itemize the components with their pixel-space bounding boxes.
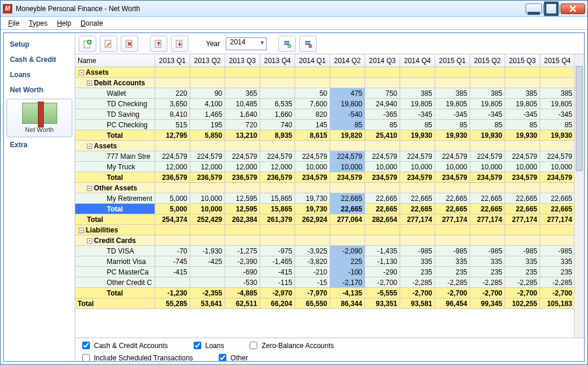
close-button[interactable] [561,4,585,14]
column-header-name[interactable]: Name [75,54,155,67]
cell-value[interactable]: 24,940 [365,99,400,109]
row-name[interactable]: -Liabilities [75,225,155,235]
cell-value[interactable]: 224,579 [295,151,330,162]
cell-value[interactable]: 12,595 [225,193,260,204]
cell-value[interactable]: 10,000 [190,193,225,204]
cell-value[interactable]: -2,700 [400,288,435,298]
table-row[interactable]: TD Saving8,4101,4651,6401,660820-540-365… [75,109,575,120]
row-name[interactable]: My Truck [75,162,155,172]
cell-value[interactable]: 224,579 [470,151,505,162]
cell-value[interactable] [225,78,260,88]
cell-value[interactable] [470,78,505,88]
row-name[interactable]: Total [75,288,155,298]
minimize-button[interactable] [526,4,542,14]
cell-value[interactable]: 234,579 [400,172,435,183]
cell-value[interactable] [155,78,190,88]
cell-value[interactable] [155,183,190,193]
cell-value[interactable]: 515 [155,120,190,130]
cell-value[interactable] [190,267,225,277]
cell-value[interactable] [295,225,330,235]
cell-value[interactable] [540,183,575,193]
cell-value[interactable] [260,78,295,88]
grid-scroll-area[interactable]: Name2013 Q12013 Q22013 Q32013 Q42014 Q12… [75,54,584,338]
cell-value[interactable]: 335 [540,256,575,267]
cell-value[interactable]: 53,641 [190,298,225,309]
cell-value[interactable]: 22,665 [435,204,470,214]
column-header[interactable]: 2014 Q3 [365,54,400,67]
cell-value[interactable]: -2,970 [260,288,295,298]
cell-value[interactable]: 90 [190,88,225,99]
cell-value[interactable]: -985 [435,246,470,256]
cell-value[interactable]: 277,174 [435,214,470,225]
cell-value[interactable]: 25,410 [365,130,400,141]
menu-file[interactable]: File [4,18,23,29]
cell-value[interactable]: 224,579 [190,151,225,162]
cell-value[interactable]: 22,665 [330,204,365,214]
cell-value[interactable]: 50 [295,88,330,99]
cell-value[interactable]: 19,930 [470,130,505,141]
add-column-button[interactable] [278,36,296,52]
cell-value[interactable]: -2,285 [505,277,540,288]
cell-value[interactable]: 12,795 [155,130,190,141]
cell-value[interactable]: 19,730 [295,193,330,204]
cell-value[interactable]: -415 [260,267,295,277]
cell-value[interactable]: 1,660 [260,109,295,120]
checkbox-loans[interactable]: Loans [191,340,225,351]
cell-value[interactable] [470,67,505,78]
sidebar-item-net-worth[interactable]: Net Worth [6,82,72,98]
cell-value[interactable]: -975 [260,246,295,256]
column-header[interactable]: 2014 Q1 [295,54,330,67]
cell-value[interactable]: 22,665 [400,193,435,204]
year-select[interactable]: 2014 [226,37,267,50]
table-row[interactable]: Total254,374252,429262,384261,379262,924… [75,214,575,225]
cell-value[interactable]: 15,865 [260,193,295,204]
row-name[interactable]: Total [75,172,155,183]
cell-value[interactable]: 235 [505,267,540,277]
cell-value[interactable]: 5,850 [190,130,225,141]
remove-column-button[interactable] [299,36,317,52]
cell-value[interactable]: 66,204 [260,298,295,309]
cell-value[interactable] [505,67,540,78]
cell-value[interactable]: 234,579 [505,172,540,183]
cell-value[interactable]: -345 [400,109,435,120]
tree-toggle-icon[interactable]: - [79,70,84,75]
cell-value[interactable]: 12,000 [190,162,225,172]
cell-value[interactable]: 22,665 [400,204,435,214]
cell-value[interactable]: -1,465 [260,256,295,267]
cell-value[interactable]: 235 [400,267,435,277]
cell-value[interactable]: 277,174 [470,214,505,225]
cell-value[interactable] [225,235,260,246]
row-name[interactable]: TD Saving [75,109,155,120]
cell-value[interactable]: 10,000 [295,162,330,172]
cell-value[interactable] [155,277,190,288]
cell-value[interactable]: 22,665 [435,193,470,204]
cell-value[interactable]: 234,579 [295,172,330,183]
cell-value[interactable]: -4,885 [225,288,260,298]
cell-value[interactable] [155,225,190,235]
cell-value[interactable]: -1,130 [365,256,400,267]
cell-value[interactable]: 22,665 [505,193,540,204]
cell-value[interactable]: -345 [435,109,470,120]
cell-value[interactable]: -745 [155,256,190,267]
sidebar-card-net-worth[interactable]: Net Worth [6,99,72,137]
cell-value[interactable]: 234,579 [365,172,400,183]
table-row[interactable]: TD Checking3,6504,10010,4856,5357,60019,… [75,99,575,109]
cell-value[interactable]: 385 [505,88,540,99]
cell-value[interactable]: 8,935 [260,130,295,141]
table-row[interactable]: PC Checking51519572074014585858585858585 [75,120,575,130]
cell-value[interactable]: 224,579 [540,151,575,162]
cell-value[interactable] [330,235,365,246]
cell-value[interactable]: -70 [155,246,190,256]
cell-value[interactable] [295,78,330,88]
cell-value[interactable] [260,225,295,235]
cell-value[interactable] [190,235,225,246]
cell-value[interactable]: -985 [470,246,505,256]
table-row[interactable]: Total12,7955,85013,2108,9358,61519,82025… [75,130,575,141]
cell-value[interactable]: 220 [155,88,190,99]
tree-toggle-icon[interactable]: - [87,238,92,244]
cell-value[interactable]: 224,579 [505,151,540,162]
cell-value[interactable] [435,141,470,151]
cell-value[interactable]: 93,581 [400,298,435,309]
cell-value[interactable]: 10,000 [470,162,505,172]
cell-value[interactable]: 5,000 [155,193,190,204]
